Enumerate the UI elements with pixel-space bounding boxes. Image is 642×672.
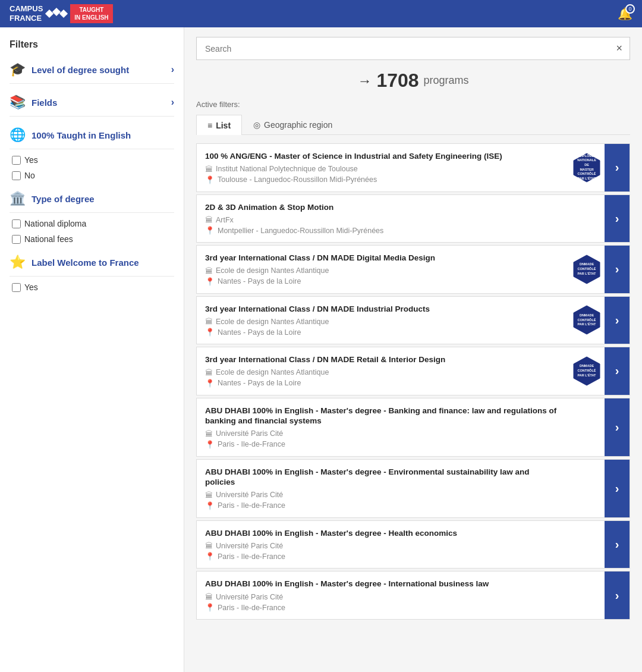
filter-fields-left: 📚 Fields (10, 95, 57, 110)
program-info: 2D & 3D Animation & Stop Motion 🏛 ArtFx … (197, 195, 569, 243)
search-clear-button[interactable]: × (609, 37, 630, 59)
national-fees-checkbox[interactable] (12, 235, 21, 244)
hex-badge: DNMADECONTRÔLÉPAR L'ÉTAT (572, 304, 601, 335)
location-icon: 📍 (205, 328, 215, 337)
national-diploma-checkbox[interactable] (12, 219, 21, 228)
location-icon: 📍 (205, 552, 215, 561)
program-arrow-button[interactable]: › (605, 460, 630, 517)
tab-list[interactable]: ≡ List (196, 115, 242, 135)
program-badge: DIPLÔMENATIONALEDEMASTERCONTRÔLÉPAR L'ÉT… (569, 144, 605, 191)
institution-icon: 🏛 (205, 592, 213, 601)
english-yes-row: Yes (12, 155, 174, 165)
program-card[interactable]: 3rd year International Class / DN MADE I… (196, 296, 630, 345)
results-arrow-icon: → (357, 73, 372, 89)
campus-france-wordmark: CAMPUSFRANCE (10, 4, 43, 23)
welcome-label: Label Welcome to France (32, 258, 139, 268)
location-name: Montpellier - Languedoc-Roussillon Midi-… (218, 227, 383, 235)
program-badge-empty (569, 195, 605, 243)
program-institution: 🏛 Institut National Polytechnique de Tou… (205, 165, 561, 174)
program-institution: 🏛 Université Paris Cité (205, 429, 561, 438)
logo-text: CAMPUSFRANCE (10, 4, 67, 23)
english-yes-checkbox[interactable] (12, 156, 21, 165)
results-number: 1708 (376, 70, 418, 92)
active-filters: Active filters: (196, 100, 630, 109)
geo-icon: ◎ (253, 120, 260, 130)
program-title: 3rd year International Class / DN MADE R… (205, 354, 561, 365)
welcome-yes-checkbox[interactable] (12, 283, 21, 292)
degree-label: Level of degree sought (32, 65, 129, 75)
program-info: 3rd year International Class / DN MADE R… (197, 347, 569, 395)
english-no-checkbox[interactable] (12, 171, 21, 180)
program-info: ABU DHABI 100% in English - Master's deg… (197, 571, 569, 619)
type-label: Type of degree (32, 194, 95, 204)
program-badge: DNMADECONTRÔLÉPAR L'ÉTAT (569, 246, 605, 293)
program-location: 📍 Nantes - Pays de la Loire (205, 328, 561, 337)
program-arrow-button[interactable]: › (605, 398, 630, 456)
program-card[interactable]: ABU DHABI 100% in English - Master's deg… (196, 571, 630, 620)
program-card[interactable]: ABU DHABI 100% in English - Master's deg… (196, 459, 630, 518)
location-name: Paris - Ile-de-France (218, 604, 285, 612)
program-arrow-button[interactable]: › (605, 246, 630, 293)
institution-name: Université Paris Cité (216, 429, 283, 438)
location-icon: 📍 (205, 501, 215, 510)
degree-icon: 🎓 (10, 62, 26, 77)
location-icon: 📍 (205, 175, 215, 184)
search-input[interactable] (197, 38, 609, 59)
location-name: Nantes - Pays de la Loire (218, 379, 301, 387)
institution-name: Université Paris Cité (216, 542, 283, 550)
location-name: Nantes - Pays de la Loire (218, 328, 301, 337)
program-card[interactable]: ABU DHABI 100% in English - Master's deg… (196, 398, 630, 457)
filter-type-header: 🏛️ Type of degree (10, 191, 174, 213)
location-icon: 📍 (205, 440, 215, 449)
program-arrow-button[interactable]: › (605, 347, 630, 395)
institution-name: Université Paris Cité (216, 593, 283, 601)
fields-label: Fields (32, 98, 57, 108)
english-no-row: No (12, 171, 174, 180)
badge-text: DNMADECONTRÔLÉPAR L'ÉTAT (577, 261, 597, 277)
program-info: 3rd year International Class / DN MADE D… (197, 246, 569, 293)
filter-fields-header[interactable]: 📚 Fields › (10, 95, 174, 117)
institution-icon: 🏛 (205, 541, 213, 550)
badge-text: DNMADECONTRÔLÉPAR L'ÉTAT (577, 363, 597, 379)
filter-degree-header[interactable]: 🎓 Level of degree sought › (10, 62, 174, 84)
program-info: 3rd year International Class / DN MADE I… (197, 297, 569, 344)
location-icon: 📍 (205, 603, 215, 612)
program-arrow-button[interactable]: › (605, 195, 630, 243)
tab-geographic[interactable]: ◎ Geographic region (242, 115, 344, 134)
national-fees-label: National fees (24, 234, 73, 244)
location-name: Nantes - Pays de la Loire (218, 277, 301, 285)
institution-icon: 🏛 (205, 266, 213, 275)
english-yes-label: Yes (24, 155, 38, 165)
national-diploma-label: National diploma (24, 219, 86, 228)
program-arrow-button[interactable]: › (605, 144, 630, 191)
location-icon: 📍 (205, 277, 215, 286)
program-card[interactable]: 3rd year International Class / DN MADE R… (196, 347, 630, 395)
institution-name: ArtFx (216, 216, 234, 224)
institution-icon: 🏛 (205, 368, 213, 377)
results-label: programs (424, 74, 469, 87)
program-title: 2D & 3D Animation & Stop Motion (205, 202, 561, 213)
results-count: → 1708 programs (196, 70, 630, 92)
program-card[interactable]: 2D & 3D Animation & Stop Motion 🏛 ArtFx … (196, 194, 630, 243)
notifications-button[interactable]: 🔔 0 (618, 7, 632, 21)
program-arrow-button[interactable]: › (605, 521, 630, 569)
header: CAMPUSFRANCE TAUGHTIN ENGLISH 🔔 0 (0, 0, 642, 27)
filter-english-section: 🌐 100% Taught in English Yes No (10, 127, 174, 180)
program-title: 3rd year International Class / DN MADE D… (205, 253, 561, 263)
program-arrow-button[interactable]: › (605, 571, 630, 619)
logo-diamonds (46, 11, 67, 17)
badge-text: DNMADECONTRÔLÉPAR L'ÉTAT (577, 312, 597, 328)
program-card[interactable]: 3rd year International Class / DN MADE D… (196, 245, 630, 294)
program-location: 📍 Paris - Ile-de-France (205, 501, 561, 510)
program-card[interactable]: 100 % ANG/ENG - Master of Science in Ind… (196, 143, 630, 192)
location-icon: 📍 (205, 379, 215, 388)
notification-count: 0 (625, 4, 635, 14)
location-name: Paris - Ile-de-France (218, 552, 285, 561)
degree-arrow-icon: › (171, 64, 174, 75)
program-card[interactable]: ABU DHABI 100% in English - Master's deg… (196, 520, 630, 569)
program-location: 📍 Paris - Ile-de-France (205, 552, 561, 561)
program-arrow-button[interactable]: › (605, 297, 630, 344)
hex-badge: DIPLÔMENATIONALEDEMASTERCONTRÔLÉPAR L'ÉT… (572, 152, 601, 183)
program-title: 3rd year International Class / DN MADE I… (205, 304, 561, 315)
logo: CAMPUSFRANCE TAUGHTIN ENGLISH (10, 4, 113, 23)
